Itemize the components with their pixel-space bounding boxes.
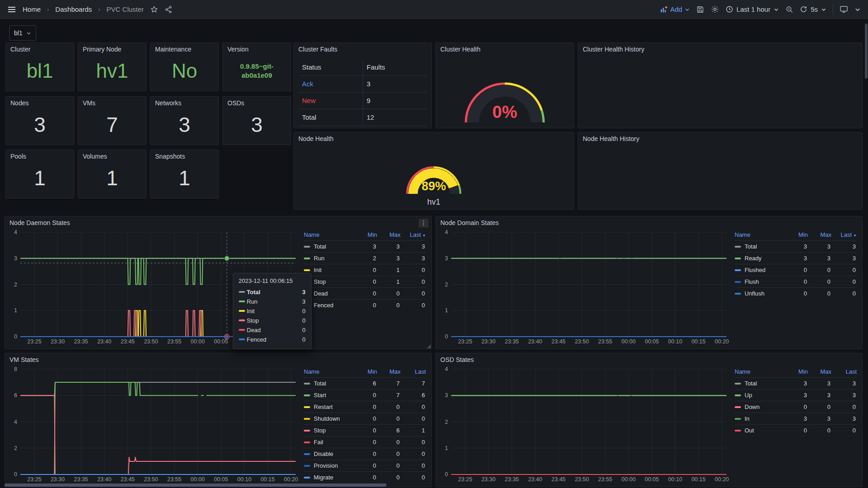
kiosk-monitor-icon[interactable] [840,5,848,14]
legend-series-name[interactable]: Provision [304,462,354,469]
svg-text:00:00: 00:00 [622,476,636,483]
legend-series-name[interactable]: Restart [304,404,354,410]
stat-value: No [172,60,197,82]
legend-last-value: 0 [831,290,857,297]
legend-column-header-last[interactable]: Last▼ [831,231,857,238]
legend-min-value: 0 [354,290,377,297]
series-color-swatch [304,465,310,467]
legend-row-start: Start076 [304,389,426,401]
legend-column-header-name[interactable]: Name [735,231,784,238]
legend-series-name[interactable]: Up [735,392,784,399]
gauge-label: hv1 [427,197,440,206]
legend-column-header-name[interactable]: Name [735,368,784,375]
time-range-picker[interactable]: Last 1 hour [726,5,779,13]
series-color-swatch [735,246,741,248]
osd-states-chart[interactable]: 0123423:2523:3023:3523:4023:4523:5023:55… [439,366,730,484]
legend-series-name[interactable]: Flushed [735,267,784,273]
legend-series-name[interactable]: In [735,415,784,422]
stat-panel-version: Version0.9.85~git-ab0a1e09 [222,42,291,91]
legend-series-name[interactable]: Start [304,392,354,399]
legend-series-name[interactable]: Down [735,404,784,410]
legend-column-header-name[interactable]: Name [304,231,354,238]
svg-text:00:05: 00:05 [214,476,228,483]
legend-min-value: 0 [784,404,808,410]
refresh-picker[interactable]: 5s [800,5,826,13]
legend-series-name[interactable]: Total [735,243,784,250]
legend-series-name[interactable]: Fail [304,439,354,446]
chart-tooltip: 2023-12-11 00:06:15Total3Run3Init0Stop0D… [233,273,311,349]
svg-text:23:25: 23:25 [458,338,472,345]
legend-series-name[interactable]: Out [735,427,784,434]
legend-series-name[interactable]: Total [735,380,784,387]
panel-cluster-health: Cluster Health 0% [435,42,574,128]
legend-column-header-max[interactable]: Max [377,368,401,375]
dashboard-settings-gear-icon[interactable] [711,5,719,14]
legend-column-header-max[interactable]: Max [377,231,401,238]
stat-panel-pools: Pools1 [5,150,74,198]
vm-states-chart[interactable]: 0246823:2523:3023:3523:4023:4523:5023:55… [9,366,299,484]
stat-panel-networks: Networks3 [150,96,219,145]
node-daemon-states-chart[interactable]: 0123423:2523:3023:3523:4023:4523:5023:55… [9,229,299,346]
legend-series-name[interactable]: Unflush [735,290,784,297]
legend-column-header-max[interactable]: Max [808,368,831,375]
series-color-swatch [735,258,741,259]
svg-text:8: 8 [14,366,17,372]
share-icon[interactable] [165,5,173,14]
panel-resize-handle[interactable] [427,344,431,348]
legend-max-value: 0 [377,474,401,481]
stat-panel-volumes: Volumes1 [78,150,146,198]
legend-column-header-min[interactable]: Min [354,368,377,375]
chevron-down-icon [684,7,690,12]
vertical-scrollbar-thumb[interactable] [865,23,868,79]
legend-series-name[interactable]: Total [304,243,354,250]
legend-column-header-min[interactable]: Min [354,231,377,238]
panel-title: Node Domain States [436,216,862,229]
zoom-out-time-icon[interactable] [785,5,793,14]
legend-max-value: 0 [377,302,401,309]
legend-column-header-last[interactable]: Last▼ [401,231,426,238]
legend-column-header-name[interactable]: Name [304,368,354,375]
legend-series-name[interactable]: Stop [304,427,354,434]
tooltip-series-value: 3 [302,289,306,296]
panel-title: Node Daemon States [5,216,431,229]
horizontal-scrollbar-thumb[interactable] [5,483,387,487]
svg-text:23:45: 23:45 [552,338,566,345]
legend-series-name[interactable]: Total [304,380,354,387]
node-domain-states-chart[interactable]: 0123423:2523:3023:3523:4023:4523:5023:55… [439,229,730,346]
legend-series-name[interactable]: Ready [735,255,784,262]
cluster-health-history-chart[interactable]: 0%50%100%23:3023:4023:5000:0000:1000:20 [582,56,859,64]
menu-toggle-icon[interactable] [7,5,16,14]
faults-table-cell: Ack [298,76,363,93]
legend-column-header-max[interactable]: Max [808,231,831,238]
legend-series-name[interactable]: Migrate [304,474,354,481]
legend-series-name[interactable]: Init [304,267,354,273]
svg-text:3: 3 [14,255,17,262]
breadcrumb-dashboards[interactable]: Dashboards [55,5,92,13]
legend-series-name[interactable]: Disable [304,450,354,457]
legend-min-value: 0 [784,278,808,285]
panel-vm-states: VM States 0246823:2523:3023:3523:4023:45… [5,353,432,487]
add-button[interactable]: Add [660,5,690,13]
node-health-history-chart[interactable]: 0%50%100%23:3023:4023:5000:0000:1000:20 [582,145,859,153]
legend-column-header-min[interactable]: Min [784,368,808,375]
legend-series-name[interactable]: Flush [735,278,784,285]
legend-last-value: 1 [401,427,426,434]
variable-selector-cluster[interactable]: bl1 [9,25,36,41]
star-icon[interactable] [150,5,158,14]
panel-menu-kebab-icon[interactable]: ⋮ [419,219,429,228]
save-dashboard-icon[interactable] [696,5,704,14]
legend-column-header-last[interactable]: Last [831,368,857,375]
legend-row-total: Total333 [735,240,857,252]
legend-column-header-min[interactable]: Min [784,231,808,238]
legend-column-header-last[interactable]: Last [401,368,426,375]
breadcrumb-home[interactable]: Home [23,5,41,13]
gauge-value: 89% [421,179,446,193]
legend-min-value: 0 [354,474,377,481]
series-color-swatch [304,441,310,443]
legend-series-name[interactable]: Run [304,255,354,262]
legend-series-name[interactable]: Shutdown [304,415,354,422]
svg-text:23:50: 23:50 [575,476,589,483]
extra-options-chevron-icon[interactable] [854,6,861,13]
stat-panel-primary-node: Primary Nodehv1 [78,42,146,91]
svg-text:4: 4 [445,366,448,372]
